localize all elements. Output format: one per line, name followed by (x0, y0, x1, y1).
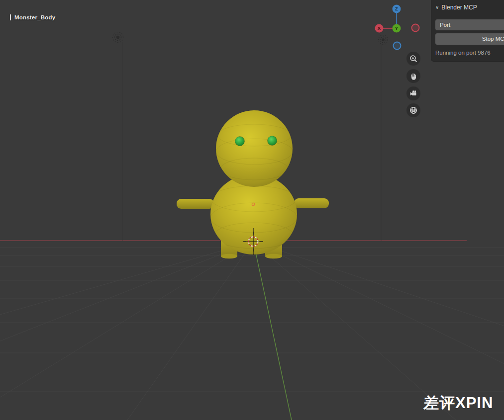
port-input-field[interactable]: Port (435, 19, 504, 30)
stop-mcp-button[interactable]: Stop MCP (435, 33, 504, 45)
grid-sphere-icon (409, 106, 418, 115)
y-axis-line (253, 241, 292, 420)
object-label-text: Monster_Body (14, 14, 55, 20)
point-light-left[interactable] (113, 32, 123, 43)
monster-head-sphere[interactable] (216, 110, 293, 187)
monster-left-eye[interactable] (235, 137, 245, 146)
svg-text:Z: Z (395, 6, 398, 11)
panel-title: Blender MCP (441, 4, 477, 11)
watermark-text: 差评XPIN (423, 393, 493, 414)
point-light-right[interactable] (379, 35, 388, 45)
chevron-down-icon: ∨ (435, 4, 439, 10)
svg-text:Y: Y (395, 25, 399, 31)
gizmo-x-handle[interactable]: X (375, 24, 384, 33)
camera-view-button[interactable] (406, 86, 420, 100)
gizmo-minus-z-handle[interactable] (394, 42, 401, 50)
monster-model[interactable] (177, 110, 329, 258)
monster-right-eye[interactable] (268, 136, 277, 146)
pan-button[interactable] (406, 69, 420, 83)
gizmo-z-handle[interactable]: Z (393, 5, 401, 13)
hand-icon (409, 72, 418, 81)
perspective-toggle-button[interactable] (406, 103, 420, 117)
svg-text:X: X (378, 25, 381, 31)
gizmo-minus-x-handle[interactable] (412, 24, 419, 32)
gizmo-y-handle[interactable]: Y (393, 24, 401, 33)
blender-mcp-panel: ∨ Blender MCP Port Stop MCP Running on p… (431, 0, 504, 62)
camera-icon (409, 89, 418, 98)
blender-3d-viewport: Z X Y Monster_Body (0, 0, 504, 420)
viewport-scene: Z X Y (0, 0, 504, 420)
panel-header[interactable]: ∨ Blender MCP (435, 4, 477, 11)
monster-right-arm[interactable] (294, 198, 329, 208)
server-status-text: Running on port 9876 (435, 50, 491, 56)
monster-left-arm[interactable] (177, 199, 214, 209)
zoom-in-icon (409, 54, 418, 63)
zoom-button[interactable] (406, 52, 420, 66)
navigation-gizmo[interactable]: Z X Y (375, 5, 419, 50)
object-label-marker (10, 14, 11, 20)
active-object-label: Monster_Body (10, 14, 55, 20)
